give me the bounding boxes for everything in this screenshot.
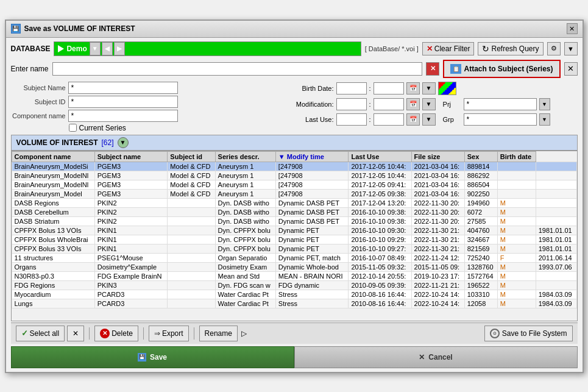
table-row[interactable]: LungsPCARD3Water Cardiac PtStress2010-08… [12,299,576,308]
refresh-query-btn[interactable]: ↻ Refresh Query [478,42,543,55]
col-header-modify-time[interactable]: ▼ Modify time [275,151,349,162]
select-all-btn[interactable]: ✓ Select all [16,326,65,341]
grp-arrow-btn[interactable]: ▼ [539,113,550,126]
table-cell: 2022-11-30 20: [411,216,464,226]
table-cell: Lungs [12,299,94,308]
table-cell: [247908 [275,162,349,171]
attach-to-subject-btn[interactable]: 📋 Attach to Subject (Series) [443,60,560,78]
name-clear-btn[interactable]: ✕ [426,62,439,76]
birth-date-cal-btn[interactable]: 📅 [406,82,420,94]
table-cell: M [497,244,536,253]
table-row[interactable]: MyocardiumPCARD3Water Cardiac PtStress20… [12,290,576,299]
table-cell: Myocardium [12,290,94,299]
export-icon: ⇒ [154,329,160,338]
delete-btn[interactable]: ✕ Delete [94,326,138,341]
table-row[interactable]: BrainAneurysm_ModelNlPGEM3Model & CFDAne… [12,180,576,189]
table-row[interactable]: CPFPX Bolus 33 VOIsPKIN1Dyn. CPFPX boluD… [12,244,576,253]
last-use-inputs: : [336,113,404,126]
clear-filter-btn[interactable]: ✕ Clear Filter [422,42,475,55]
last-use-cal-btn[interactable]: 📅 [406,113,420,126]
table-cell [497,171,536,180]
table-cell: Water Cardiac Pt [215,290,275,299]
current-series-row: Current Series [69,124,273,132]
table-cell: 11 structures [12,253,94,262]
cancel-button[interactable]: ✕ Cancel [294,346,578,368]
table-row[interactable]: BrainAneurysm_ModelSiPGEM3Model & CFDAne… [12,162,576,171]
table-cell: Organ Separatio [215,253,275,262]
filters-section: Subject Name Subject ID Component name C… [11,82,578,132]
grp-input[interactable] [464,113,537,126]
table-cell: 2021-03-04 16: [411,162,464,171]
database-label: DATABASE [11,45,51,53]
prj-input[interactable] [464,98,537,110]
db-dropdown-btn[interactable]: ▼ [90,42,101,55]
col-header-series-descr[interactable]: Series descr. [215,151,275,162]
table-cell: Dynamic PET [275,235,349,244]
col-header-birth-date[interactable]: Birth date [497,151,536,162]
voi-expand-btn[interactable]: ▼ [118,137,129,148]
table-cell [168,280,215,290]
table-row[interactable]: CPFPX Bolus WholeBraiPKIN1Dyn. CPFPX bol… [12,235,576,244]
table-row[interactable]: FDG RegionsPKIN3Dyn. FDG scan wFDG dynam… [12,280,576,290]
close-button[interactable]: ✕ [567,23,578,34]
table-cell [168,226,215,235]
subject-name-input[interactable] [68,82,178,94]
table-row[interactable]: DASB StriatumPKIN2Dyn. DASB withoDynamic… [12,216,576,226]
table-cell: M [497,198,536,207]
col-header-last-use[interactable]: Last Use [349,151,411,162]
table-cell: [247908 [275,171,349,180]
attach-close-btn[interactable]: ✕ [564,62,578,76]
last-use-from[interactable] [336,113,367,126]
prj-arrow-btn[interactable]: ▼ [539,98,550,110]
col-header-subject-name[interactable]: Subject name [94,151,168,162]
birth-date-color-btn[interactable] [438,82,456,95]
table-row[interactable]: CPFPX Bolus 13 VOIsPKIN1Dyn. CPFPX boluD… [12,226,576,235]
table-cell: PKIN1 [94,226,168,235]
settings-btn[interactable]: ⚙ [547,42,561,55]
last-use-arrow-btn[interactable]: ▼ [422,113,436,126]
help-btn[interactable]: ▼ [564,42,578,55]
table-cell: 2016-10-10 09:38: [349,216,411,226]
save-button[interactable]: 💾 Save [11,346,294,368]
table-row[interactable]: 11 structuresPSEG1^MouseOrgan SeparatioD… [12,253,576,262]
col-header-subject-id[interactable]: Subject id [168,151,215,162]
last-use-to[interactable] [374,113,404,126]
table-row[interactable]: DASB CerebellumPKIN2Dyn. DASB withoDynam… [12,207,576,216]
table-row[interactable]: BrainAneurysm_ModelNlPGEM3Model & CFDAne… [12,171,576,180]
table-row[interactable]: N30R83-p0.3FDG Example BrainNMean and St… [12,271,576,280]
col-header-component[interactable]: Component name [12,151,94,162]
table-row[interactable]: BrainAneurysm_ModelPGEM3Model & CFDAneur… [12,189,576,198]
modification-cal-btn[interactable]: 📅 [406,98,420,110]
name-input[interactable] [52,62,423,76]
col-header-file-size[interactable]: File size [411,151,464,162]
database-select[interactable]: Demo ▼ ◀ ▶ [54,41,361,56]
birth-date-from[interactable] [336,82,367,94]
cancel-x-icon: ✕ [419,353,425,362]
current-series-checkbox[interactable] [69,124,77,132]
table-cell [536,216,576,226]
modification-to[interactable] [374,98,404,110]
deselect-btn[interactable]: ✕ [67,326,84,341]
birth-date-arrow-btn[interactable]: ▼ [422,82,436,94]
birth-date-to[interactable] [374,82,404,94]
rename-btn[interactable]: Rename [199,326,238,341]
save-to-file-system-btn[interactable]: ⊙ Save to File System [484,326,573,341]
table-cell: Dynamic Whole-bod [275,262,349,271]
right-filters: Birth Date: : 📅 ▼ Modification: : [285,82,550,132]
table-row[interactable]: DASB RegionsPKIN2Dyn. DASB withoDynamic … [12,198,576,207]
subject-name-label: Subject Name [11,84,66,91]
table-cell: Dosimetry Exam [215,262,275,271]
component-name-input[interactable] [68,110,178,122]
attach-icon: 📋 [450,64,461,74]
export-btn[interactable]: ⇒ Export [149,326,189,341]
modification-from[interactable] [336,98,367,110]
table-cell: PKIN2 [94,216,168,226]
table-cell: PKIN2 [94,198,168,207]
col-header-sex[interactable]: Sex [464,151,497,162]
table-cell: 2012-10-14 20:55: [349,271,411,280]
db-prev-btn[interactable]: ◀ [102,42,113,55]
db-next-btn[interactable]: ▶ [114,42,125,55]
modification-arrow-btn[interactable]: ▼ [422,98,436,110]
subject-id-input[interactable] [68,96,178,108]
table-row[interactable]: OrgansDosimetry^ExampleDosimetry ExamDyn… [12,262,576,271]
